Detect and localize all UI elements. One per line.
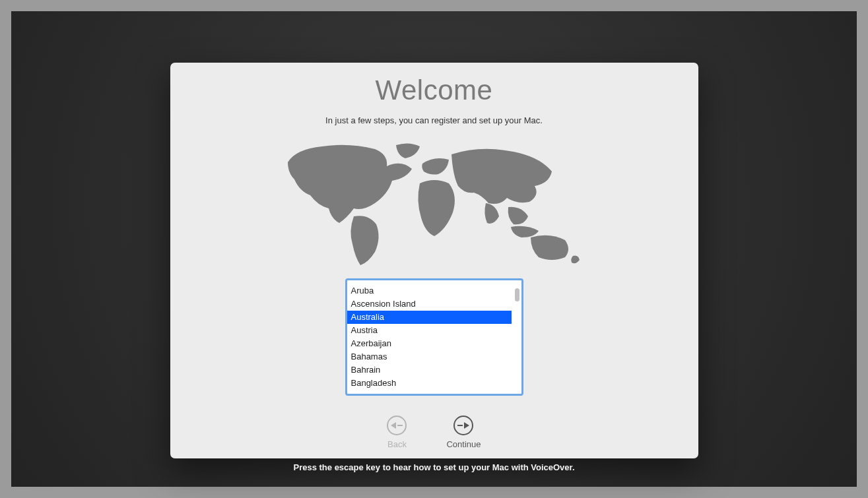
country-listbox[interactable]: ArmeniaArubaAscension IslandAustraliaAus… (345, 278, 523, 396)
back-button: Back (387, 416, 407, 449)
country-option[interactable]: Australia (347, 311, 512, 324)
continue-button[interactable]: Continue (446, 416, 481, 449)
page-title: Welcome (376, 75, 493, 106)
country-option[interactable]: Bahrain (347, 363, 512, 377)
voiceover-hint: Press the escape key to hear how to set … (11, 462, 857, 472)
country-option[interactable]: Ascension Island (347, 297, 512, 311)
scrollbar-thumb[interactable] (515, 288, 519, 301)
country-option[interactable]: Austria (347, 324, 512, 337)
desktop-background: Welcome In just a few steps, you can reg… (11, 11, 857, 487)
back-button-label: Back (387, 439, 407, 449)
country-option[interactable]: Bahamas (347, 350, 512, 363)
continue-arrow-icon (453, 416, 473, 435)
country-option[interactable]: Aruba (347, 284, 512, 297)
scrollbar[interactable] (512, 280, 521, 394)
welcome-panel: Welcome In just a few steps, you can reg… (170, 63, 698, 458)
page-subtitle: In just a few steps, you can register an… (325, 115, 543, 125)
country-option[interactable]: Azerbaijan (347, 337, 512, 350)
continue-button-label: Continue (446, 439, 481, 449)
country-option[interactable]: Bangladesh (347, 377, 512, 390)
back-arrow-icon (387, 416, 407, 435)
world-map-icon (276, 140, 593, 269)
nav-row: Back Continue (387, 416, 481, 449)
